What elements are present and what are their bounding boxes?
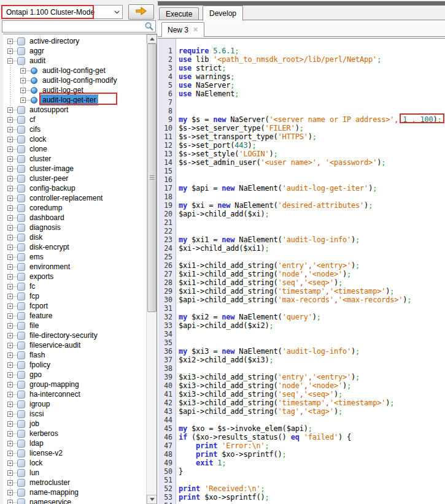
sidebar-item-fcport[interactable]: +fcport [3,301,146,311]
expander-icon[interactable]: + [7,362,13,368]
expander-icon[interactable]: + [7,284,13,289]
sidebar-item-audit-log-config-modify[interactable]: +audit-log-config-modify [3,75,146,85]
sidebar-item-label[interactable]: igroup [28,399,52,409]
sidebar-item-iscsi[interactable]: +iscsi [3,409,146,419]
sidebar-item-clock[interactable]: +clock [3,134,146,144]
go-button[interactable] [128,4,154,20]
sidebar-item-audit-log-get[interactable]: +audit-log-get [3,85,146,95]
sidebar-item-cluster[interactable]: +cluster [3,154,146,164]
chevron-down-icon[interactable] [111,6,122,18]
search-icon[interactable] [144,21,155,31]
expander-icon[interactable]: + [7,323,13,329]
expander-icon[interactable]: + [7,470,13,476]
sidebar-item-fpolicy[interactable]: +fpolicy [3,360,146,370]
close-icon[interactable]: ✕ [193,26,198,34]
expander-icon[interactable]: + [7,147,13,152]
expander-icon[interactable]: + [7,490,13,495]
sidebar-item-label[interactable]: controller-replacement [28,193,104,203]
tab-develop[interactable]: Develop [203,6,243,21]
sidebar-item-label[interactable]: file [28,321,41,330]
sidebar-item-label[interactable]: job [28,419,41,429]
sidebar-item-fcp[interactable]: +fcp [3,291,146,301]
expander-icon[interactable]: + [20,97,26,103]
sidebar-item-cluster-peer[interactable]: +cluster-peer [3,174,146,183]
expander-icon[interactable]: + [7,343,13,348]
sidebar-item-label[interactable]: environment [28,262,72,272]
sidebar-item-fc[interactable]: +fc [3,281,146,291]
sidebar-item-label[interactable]: metrocluster [28,478,72,487]
sidebar-item-label[interactable]: ems [28,252,45,262]
expander-icon[interactable]: + [7,39,13,44]
sidebar-item-ha-interconnect[interactable]: +ha-interconnect [3,389,146,399]
expander-icon[interactable]: + [7,245,13,250]
expander-icon[interactable]: + [20,88,26,93]
sidebar-item-cf[interactable]: +cf [3,115,146,124]
expander-icon[interactable]: + [7,431,13,437]
expander-icon[interactable]: + [7,353,13,358]
sidebar-item-aggr[interactable]: +aggr [3,46,146,56]
sidebar-item-clone[interactable]: +clone [3,144,146,154]
expander-icon[interactable]: + [7,117,13,123]
sidebar-item-label[interactable]: fc [28,281,37,291]
sidebar-item-label[interactable]: aggr [28,46,46,56]
sidebar-item-lun[interactable]: +lun [3,468,146,478]
sidebar-item-label[interactable]: file-directory-security [28,330,99,340]
expander-icon[interactable]: + [7,313,13,319]
sidebar-item-label[interactable]: audit-log-config-modify [41,75,118,85]
sidebar-item-ems[interactable]: +ems [3,252,146,262]
expander-icon[interactable]: + [7,460,13,466]
search-input[interactable] [2,21,144,32]
expander-icon[interactable]: + [7,411,13,417]
expander-icon[interactable]: + [7,500,13,504]
sidebar-item-label[interactable]: disk-encrypt [28,242,71,252]
expander-icon[interactable]: + [7,176,13,181]
expander-icon[interactable]: + [7,294,13,299]
sidebar-item-label[interactable]: clock [28,134,48,144]
expander-icon[interactable]: + [7,402,13,407]
expander-icon[interactable]: + [7,196,13,201]
sidebar-item-label[interactable]: cluster-image [28,164,75,174]
sidebar-item-disk-encrypt[interactable]: +disk-encrypt [3,242,146,252]
sidebar-item-label[interactable]: fileservice-audit [28,340,82,350]
sidebar-item-label[interactable]: iscsi [28,409,45,419]
sidebar-item-label[interactable]: cifs [28,124,42,134]
sidebar-item-label[interactable]: audit-log-get [41,85,85,95]
expander-icon[interactable]: + [7,451,13,456]
sidebar-item-label[interactable]: group-mapping [28,380,81,389]
expander-icon[interactable]: + [7,215,13,221]
sidebar-item-feature[interactable]: +feature [3,311,146,321]
sidebar-item-lock[interactable]: +lock [3,458,146,468]
expander-icon[interactable]: + [7,274,13,280]
sidebar-item-disk[interactable]: +disk [3,232,146,242]
expander-icon[interactable]: + [7,480,13,486]
scroll-down-button[interactable] [147,495,157,504]
sidebar-item-audit-log-config-get[interactable]: +audit-log-config-get [3,66,146,75]
sidebar-item-label[interactable]: name-mapping [28,487,80,497]
expander-icon[interactable]: + [7,333,13,338]
sidebar-item-diagnosis[interactable]: +diagnosis [3,223,146,232]
sidebar-item-coredump[interactable]: +coredump [3,203,146,213]
code-area[interactable]: require 5.6.1;use lib '<path_to_nmsdk_ro… [176,39,445,504]
tree-scrollbar[interactable] [146,34,157,504]
scroll-up-button[interactable] [147,34,157,44]
sidebar-item-kerberos[interactable]: +kerberos [3,429,146,438]
expander-icon[interactable]: + [7,372,13,378]
sidebar-item-label[interactable]: diagnosis [28,223,63,232]
expander-icon[interactable]: + [7,186,13,191]
sidebar-item-metrocluster[interactable]: +metrocluster [3,478,146,487]
sidebar-item-job[interactable]: +job [3,419,146,429]
sidebar-item-cluster-image[interactable]: +cluster-image [3,164,146,174]
expander-icon[interactable]: + [7,205,13,211]
expander-icon[interactable]: + [7,392,13,397]
sidebar-item-ldap[interactable]: +ldap [3,438,146,448]
sidebar-item-label[interactable]: lun [28,468,41,478]
expander-icon[interactable]: + [7,48,13,54]
sidebar-item-group-mapping[interactable]: +group-mapping [3,380,146,389]
sidebar-item-flash[interactable]: +flash [3,350,146,360]
expander-icon[interactable]: + [20,68,26,74]
code-editor[interactable]: 1234567891011121314151617181920212223242… [158,38,445,504]
sidebar-item-label[interactable]: kerberos [28,429,60,438]
expander-icon[interactable]: + [7,156,13,162]
sidebar-item-file[interactable]: +file [3,321,146,330]
expander-icon[interactable]: + [7,137,13,142]
